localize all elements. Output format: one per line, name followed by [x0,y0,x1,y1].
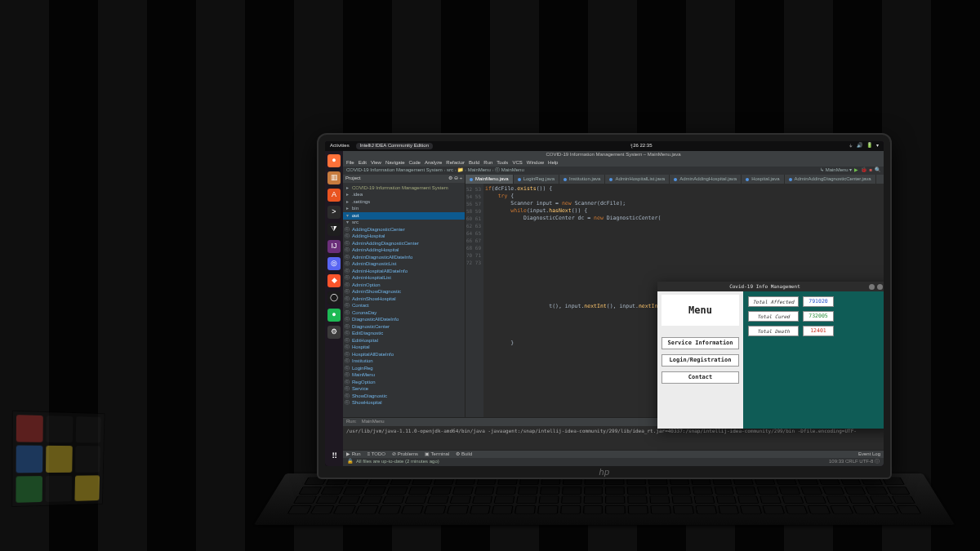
ide-bottom-tabs[interactable]: ▶ Run≡ TODO⊘ Problems▣ Terminal⚙ BuildEv… [343,450,884,458]
bottom-tab-build[interactable]: ⚙ Build [456,451,472,458]
run-button-icon[interactable]: ▶ [854,167,858,174]
tree-node-adminshowhospital[interactable]: ⓒAdminShowHospital [343,295,465,303]
network-icon[interactable]: ⏚ [849,143,853,149]
bottom-tab-problems[interactable]: ⊘ Problems [392,451,418,458]
tree-node-adminshowdiagnostic[interactable]: ⓒAdminShowDiagnostic [343,289,465,296]
gear-icon[interactable]: ⚙ [327,326,341,339]
menu-file[interactable]: File [346,160,354,167]
tree-node-loginreg[interactable]: ⓒLoginReg [343,365,465,372]
ide-menubar[interactable]: FileEditViewNavigateCodeAnalyzeRefactorB… [343,159,884,167]
login-registration-button[interactable]: Login/Registration [662,354,739,367]
tree-node-mainmenu[interactable]: ⓒMainMenu [343,372,465,380]
breadcrumb-segment[interactable]: ⓒ MainMenu [495,167,524,172]
bottom-tab-terminal[interactable]: ▣ Terminal [425,451,449,458]
tree-node--settings[interactable]: ▸.settings [343,198,465,206]
tree-node-adminoption[interactable]: ⓒAdminOption [343,282,465,289]
topbar-clock[interactable]: বৃ 26 22:35 [433,143,849,149]
tree-node-adminhospitalalldateinfo[interactable]: ⓒAdminHospitalAllDateInfo [343,268,465,275]
event-log-tab[interactable]: Event Log [858,451,880,458]
menu-analyze[interactable]: Analyze [425,160,442,167]
menu-view[interactable]: View [371,160,381,167]
tree-node-service[interactable]: ⓒService [343,386,465,393]
ide-titlebar[interactable]: COVID-19 Information Management System –… [343,151,884,159]
tab-hospital-java[interactable]: Hospital.java [742,175,784,184]
project-panel[interactable]: Project ⚙ ⊖ ÷ ▸COVID-19 Information Mana… [343,175,466,417]
menu-run[interactable]: Run [483,160,492,167]
tab-adminaddingdiagnosticcenter-java[interactable]: AdminAddingDiagnosticCenter.java [785,175,876,184]
tree-node-diagnosticcenter[interactable]: ⓒDiagnosticCenter [343,323,465,331]
tree-node-adminhospitallist[interactable]: ⓒAdminHospitalList [343,275,465,282]
topbar-status-area[interactable]: ⏚ 🔊 🔋 ▾ [849,143,879,149]
tree-node-out[interactable]: ▾out [343,212,465,220]
run-config-selector[interactable]: ↳ MainMenu ▾ [820,167,852,174]
volume-icon[interactable]: 🔊 [857,143,862,149]
tree-node-showhospital[interactable]: ⓒShowHospital [343,400,465,407]
menu-navigate[interactable]: Navigate [385,160,405,167]
software-icon[interactable]: A [327,189,341,202]
dock[interactable]: ●▥A>⧩IJ◎◆◯●⚙⠿ [325,151,343,466]
tab-adminaddinghospital-java[interactable]: AdminAddingHospital.java [670,175,742,184]
activities-button[interactable]: Activities [330,143,350,149]
tree-node-admindiagnosticlist[interactable]: ⓒAdminDiagnosticList [343,261,465,269]
tree-node-editdiagnostic[interactable]: ⓒEditDiagnostic [343,331,465,338]
spotify-icon[interactable]: ● [327,309,341,322]
topbar-app-pill[interactable]: IntelliJ IDEA Community Edition [356,143,433,149]
ide-breadcrumb[interactable]: COVID-19 Information Management System ›… [343,167,884,175]
tree-node-contact[interactable]: ⓒContact [343,303,465,310]
menu-help[interactable]: Help [548,160,558,167]
tree-node-showdiagnostic[interactable]: ⓒShowDiagnostic [343,393,465,400]
power-icon[interactable]: ▾ [876,143,879,149]
brave-icon[interactable]: ◆ [327,274,341,287]
terminal-icon[interactable]: > [327,206,341,219]
tree-node-edithospital[interactable]: ⓒEditHospital [343,337,465,344]
tab-mainmenu-java[interactable]: MainMenu.java [466,175,514,184]
show-apps-icon[interactable]: ⠿ [332,451,337,462]
vscode-icon[interactable]: ⧩ [327,223,341,236]
project-tree[interactable]: ▸COVID-19 Information Management System▸… [343,183,465,417]
breadcrumb-segment[interactable]: MainMenu [468,167,491,172]
intellij-icon[interactable]: IJ [327,240,341,253]
window-maximize-icon[interactable] [877,284,883,290]
files-icon[interactable]: ▥ [327,171,341,184]
tree-node-coronaday[interactable]: ⓒCoronaDay [343,309,465,317]
tree-node-addingdiagnosticcenter[interactable]: ⓒAddingDiagnosticCenter [343,226,465,233]
project-settings-icon[interactable]: ⚙ ⊖ ÷ [448,176,462,182]
tree-node-adminaddinghospital[interactable]: ⓒAdminAddingHospital [343,247,465,255]
tree-node-adminaddingdiagnosticcenter[interactable]: ⓒAdminAddingDiagnosticCenter [343,240,465,247]
tab-institution-java[interactable]: Institution.java [559,175,605,184]
stop-button-icon[interactable]: ■ [869,167,872,174]
menu-tools[interactable]: Tools [497,160,508,167]
tree-node-diagnosticalldateinfo[interactable]: ⓒDiagnosticAllDateInfo [343,317,465,324]
obs-icon[interactable]: ◯ [327,291,341,304]
project-panel-header[interactable]: Project ⚙ ⊖ ÷ [343,175,465,183]
tree-node-covid-19-information-management-system[interactable]: ▸COVID-19 Information Management System [343,184,465,192]
menu-window[interactable]: Window [527,160,544,167]
menu-code[interactable]: Code [409,160,421,167]
tab-loginreg-java[interactable]: LoginReg.java [514,175,559,184]
bottom-tab-run[interactable]: ▶ Run [346,451,361,458]
intellij-window[interactable]: COVID-19 Information Management System –… [343,151,884,466]
tree-node-addinghospital[interactable]: ⓒAddingHospital [343,233,465,241]
tree-node--idea[interactable]: ▸.idea [343,192,465,199]
covid-info-window[interactable]: Covid-19 Info Management [657,282,884,429]
gnome-topbar[interactable]: Activities IntelliJ IDEA Community Editi… [325,141,884,151]
project-view-label[interactable]: Project [345,176,361,182]
tab-adminhospitallist-java[interactable]: AdminHospitalList.java [605,175,670,184]
debug-button-icon[interactable]: 🐞 [861,167,866,174]
breadcrumb-segment[interactable]: src [447,167,453,172]
tree-node-src[interactable]: ▾src [343,220,465,227]
tree-node-bin[interactable]: ▸bin [343,206,465,213]
breadcrumb-segment[interactable]: COVID-19 Information Management System [346,167,443,172]
menu-build[interactable]: Build [469,160,479,167]
service-information-button[interactable]: Service Information [662,337,739,349]
menu-vcs[interactable]: VCS [512,160,522,167]
code-editor[interactable]: 52 53 54 55 56 57 58 59 60 61 62 63 64 6… [466,184,884,417]
editor-tabs[interactable]: MainMenu.javaLoginReg.javaInstitution.ja… [466,175,884,184]
breadcrumb-segment[interactable]: 📁 [457,167,463,172]
firefox-icon[interactable]: ● [327,154,341,167]
tree-node-admindiagnosticalldateinfo[interactable]: ⓒAdminDiagnosticAllDateInfo [343,254,465,261]
battery-icon[interactable]: 🔋 [866,143,872,149]
tree-node-hospital[interactable]: ⓒHospital [343,344,465,352]
bottom-tab-todo[interactable]: ≡ TODO [368,451,385,458]
tree-node-institution[interactable]: ⓒInstitution [343,358,465,366]
